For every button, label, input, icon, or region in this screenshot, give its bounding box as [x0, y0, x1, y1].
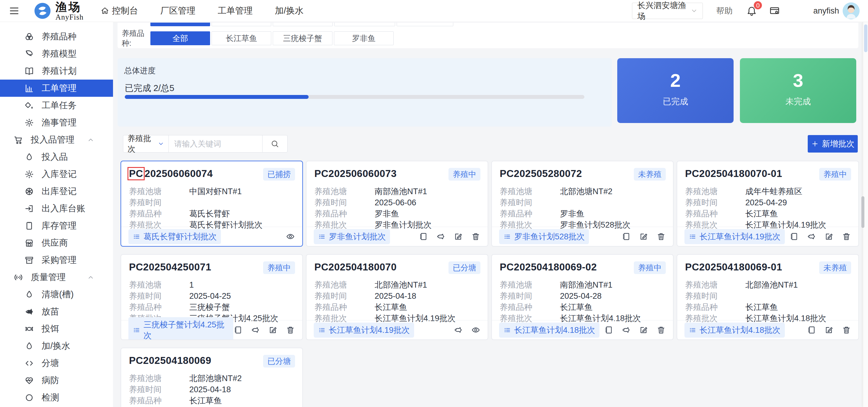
cutoff-tab-3[interactable]	[334, 23, 395, 26]
list-icon	[503, 233, 511, 241]
plan-batch-link-label: 葛氏长臂虾计划批次	[144, 231, 217, 242]
edit-icon[interactable]	[454, 232, 463, 241]
plan-batch-link[interactable]: 罗非鱼计划528批次	[499, 229, 589, 244]
field-row-pond: 养殖池塘南部渔池NT#1	[314, 186, 480, 197]
journal-icon[interactable]	[807, 325, 816, 335]
plan-batch-link[interactable]: 长江草鱼计划4.18批次	[499, 322, 599, 338]
sidebar-item-19[interactable]: 分塘	[0, 354, 113, 372]
sidebar-item-13[interactable]: 采购管理	[0, 251, 113, 269]
trash-icon[interactable]	[842, 325, 851, 335]
workbench-settings-icon[interactable]	[769, 5, 780, 16]
cutoff-tab-2[interactable]	[273, 23, 333, 26]
field-row-species: 养殖品种罗非鱼	[314, 208, 480, 219]
plan-batch-link[interactable]: 长江草鱼计划4.18批次	[684, 322, 785, 338]
fish-icon[interactable]	[807, 232, 816, 241]
trash-icon[interactable]	[842, 232, 851, 241]
journal-icon[interactable]	[233, 325, 243, 335]
species-tab-3[interactable]: 罗非鱼	[334, 31, 394, 45]
plan-batch-link[interactable]: 长江草鱼计划4.19批次	[314, 322, 414, 338]
notification-bell-icon[interactable]: 0	[746, 5, 757, 16]
sidebar-item-9[interactable]: 出库登记	[0, 183, 113, 200]
fish-icon[interactable]	[436, 232, 445, 241]
fish-icon[interactable]	[251, 325, 260, 335]
journal-icon[interactable]	[621, 232, 631, 241]
user-menu[interactable]: anyfish	[813, 2, 860, 19]
nav-item-4[interactable]: 加/换水	[275, 5, 304, 17]
sidebar-item-0[interactable]: 养殖品种	[0, 28, 113, 45]
trash-icon[interactable]	[656, 325, 666, 335]
field-row-time: 养殖时间	[129, 197, 294, 208]
sidebar-item-8[interactable]: 入库登记	[0, 165, 113, 183]
sidebar-item-label: 渔事管理	[41, 117, 76, 129]
species-tab-1[interactable]: 长江草鱼	[212, 31, 271, 45]
sidebar-item-21[interactable]: 检测	[0, 389, 113, 406]
batch-card-PC202506060074: PC202506060074已捕捞养殖池塘中国对虾NT#1养殖时间养殖品种葛氏长…	[121, 161, 303, 247]
nav-item-label: 加/换水	[275, 5, 304, 17]
status-badge: 养殖中	[634, 261, 666, 274]
sidebar-scrollbar-thumb[interactable]	[861, 196, 864, 228]
sidebar-item-label: 养殖模型	[41, 48, 76, 60]
sidebar-item-20[interactable]: 病防	[0, 372, 113, 389]
sidebar-item-2[interactable]: 养殖计划	[0, 62, 113, 80]
page-scrollbar-thumb[interactable]	[864, 24, 867, 52]
sidebar-item-6[interactable]: 投入品管理	[0, 131, 113, 148]
circle-icon	[24, 393, 34, 403]
sidebar-item-7[interactable]: 投入品	[0, 148, 113, 165]
search-category-dropdown[interactable]: 养殖批次	[123, 135, 169, 153]
sidebar-item-3[interactable]: 工单管理	[0, 80, 113, 97]
sidebar-item-5[interactable]: 渔事管理	[0, 114, 113, 131]
sidebar-item-label: 工单管理	[41, 82, 76, 94]
nav-item-3[interactable]: 工单管理	[218, 5, 253, 17]
field-row-pond: 养殖池塘中国对虾NT#1	[129, 186, 294, 197]
sidebar-item-14[interactable]: 质量管理	[0, 269, 113, 286]
sidebar-item-16[interactable]: 放苗	[0, 303, 113, 320]
journal-icon[interactable]	[418, 232, 428, 241]
edit-icon[interactable]	[268, 325, 278, 335]
nav-item-1[interactable]: 控制台	[100, 5, 138, 17]
hamburger-menu-icon[interactable]	[8, 5, 20, 17]
plan-batch-link[interactable]: 罗非鱼计划批次	[314, 229, 390, 244]
help-link[interactable]: 帮助	[716, 5, 733, 16]
plan-batch-link[interactable]: 长江草鱼计划4.19批次	[684, 229, 785, 244]
edit-icon[interactable]	[639, 232, 648, 241]
field-value-time: 2025-04-29	[745, 197, 787, 208]
sidebar-item-12[interactable]: 供应商	[0, 234, 113, 251]
search-button[interactable]	[262, 135, 287, 153]
plan-batch-link-label: 三疣梭子蟹计划4.25批次	[144, 319, 229, 340]
sidebar-item-11[interactable]: 库存管理	[0, 217, 113, 234]
search-input[interactable]	[168, 135, 262, 153]
cutoff-tab-1[interactable]	[212, 23, 271, 26]
cutoff-tab-4[interactable]	[397, 23, 453, 26]
cart-icon	[13, 135, 24, 145]
sidebar-item-17[interactable]: 投饵	[0, 320, 113, 337]
journal-icon[interactable]	[789, 232, 799, 241]
eye-icon[interactable]	[471, 325, 480, 335]
add-batch-button[interactable]: 新增批次	[808, 135, 858, 153]
journal-icon[interactable]	[604, 325, 613, 335]
sidebar-item-4[interactable]: 工单任务	[0, 97, 113, 114]
sidebar-item-label: 工单任务	[41, 99, 76, 112]
nav-item-2[interactable]: 厂区管理	[160, 5, 195, 17]
trash-icon[interactable]	[471, 232, 480, 241]
sidebar-item-1[interactable]: 养殖模型	[0, 45, 113, 62]
sidebar-item-15[interactable]: 清塘(槽)	[0, 286, 113, 303]
field-row-pond: 养殖池塘北部渔池NT#1	[314, 279, 480, 291]
edit-icon[interactable]	[639, 325, 648, 335]
fish-icon[interactable]	[454, 325, 463, 335]
sidebar-item-18[interactable]: 加/换水	[0, 337, 113, 354]
cutoff-tab-0[interactable]	[150, 23, 210, 26]
species-tab-0[interactable]: 全部	[150, 31, 210, 45]
edit-icon[interactable]	[824, 232, 834, 241]
field-row-species: 养殖品种罗非鱼	[500, 208, 665, 219]
plan-batch-link[interactable]: 葛氏长臂虾计划批次	[128, 229, 221, 244]
fish-icon[interactable]	[621, 325, 631, 335]
eye-icon[interactable]	[286, 232, 295, 241]
farm-select-dropdown[interactable]: 长兴泗安塘渔场	[632, 3, 703, 19]
sidebar-item-10[interactable]: 出入库台账	[0, 200, 113, 217]
trash-icon[interactable]	[656, 232, 666, 241]
card-actions	[807, 325, 851, 335]
species-tab-2[interactable]: 三疣梭子蟹	[273, 31, 333, 45]
trash-icon[interactable]	[286, 325, 295, 335]
plan-batch-link[interactable]: 三疣梭子蟹计划4.25批次	[128, 317, 233, 340]
edit-icon[interactable]	[824, 325, 834, 335]
